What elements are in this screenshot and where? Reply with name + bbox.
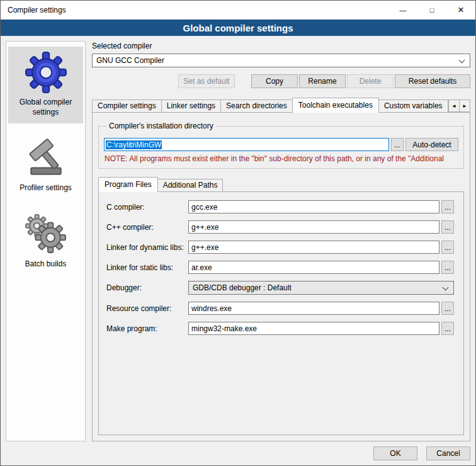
titlebar: Compiler settings — □ × <box>1 1 475 20</box>
static-linker-label: Linker for static libs: <box>106 263 188 272</box>
settings-tabstrip: Compiler settings Linker settings Search… <box>92 97 470 113</box>
static-linker-browse-button[interactable]: ... <box>441 261 454 274</box>
main-panel: Selected compiler GNU GCC Compiler Set a… <box>92 41 470 441</box>
maximize-button[interactable]: □ <box>417 1 446 20</box>
browse-directory-button[interactable]: ... <box>391 138 404 151</box>
dynamic-linker-input[interactable] <box>188 241 439 254</box>
make-program-input[interactable] <box>188 322 439 335</box>
static-linker-input[interactable] <box>188 261 439 274</box>
sidebar-item-batch-builds[interactable]: Batch builds <box>8 208 83 276</box>
form-row-debugger: Debugger: GDB/CDB debugger : Default <box>106 281 454 295</box>
cpp-compiler-input[interactable] <box>188 220 439 234</box>
maximize-icon: □ <box>430 6 434 14</box>
compiler-actions: Set as default Copy Rename Delete Reset … <box>92 74 470 88</box>
minimize-icon: — <box>400 6 407 14</box>
sidebar-item-label: Global compiler settings <box>9 98 82 117</box>
set-as-default-button[interactable]: Set as default <box>178 74 235 88</box>
tab-additional-paths[interactable]: Additional Paths <box>157 179 224 191</box>
tab-scroll-right-button[interactable]: ► <box>459 99 470 112</box>
c-compiler-label: C compiler: <box>106 203 188 212</box>
rename-button[interactable]: Rename <box>299 74 346 88</box>
close-button[interactable]: × <box>446 1 475 20</box>
make-program-label: Make program: <box>106 324 188 333</box>
c-compiler-browse-button[interactable]: ... <box>441 200 454 213</box>
selected-compiler-value: GNU GCC Compiler <box>96 56 164 65</box>
form-row-static-linker: Linker for static libs: ... <box>106 261 454 274</box>
dialog-content: Global compiler settings Profiler settin… <box>1 36 475 465</box>
chevron-down-icon <box>443 285 449 291</box>
profiler-tool-icon <box>25 137 67 179</box>
chevron-down-icon <box>459 57 465 64</box>
delete-button[interactable]: Delete <box>347 74 394 88</box>
form-row-resource-compiler: Resource compiler: ... <box>106 302 454 315</box>
tab-custom-variables[interactable]: Custom variables <box>378 99 448 112</box>
dialog-footer: OK Cancel <box>6 441 470 460</box>
bin-subdirectory-note: NOTE: All programs must exist either in … <box>105 154 458 163</box>
compiler-settings-window: Compiler settings — □ × Global compiler … <box>0 0 476 466</box>
form-row-cpp-compiler: C++ compiler: ... <box>106 220 454 234</box>
installation-directory-group: Compiler's installation directory C:\ray… <box>98 122 464 169</box>
tab-linker-settings[interactable]: Linker settings <box>161 99 221 112</box>
program-files-tabstrip: Program Files Additional Paths <box>98 176 464 192</box>
sidebar-item-label: Batch builds <box>25 259 66 270</box>
resource-compiler-input[interactable] <box>188 302 439 315</box>
selected-compiler-combobox[interactable]: GNU GCC Compiler <box>92 54 470 67</box>
form-row-c-compiler: C compiler: ... <box>106 200 454 213</box>
selected-compiler-label: Selected compiler <box>92 42 470 50</box>
arrow-right-icon: ► <box>462 103 467 109</box>
sidebar-item-profiler-settings[interactable]: Profiler settings <box>8 132 83 200</box>
batch-gears-icon <box>25 213 67 255</box>
compiler-gear-icon <box>25 52 67 93</box>
tab-scroll-buttons: ◄ ► <box>448 99 470 112</box>
installation-directory-input[interactable]: C:\raylib\MinGW <box>104 138 389 151</box>
window-title: Compiler settings <box>1 1 388 20</box>
make-program-browse-button[interactable]: ... <box>441 322 454 335</box>
cancel-button[interactable]: Cancel <box>426 446 470 460</box>
debugger-label: Debugger: <box>106 283 188 292</box>
debugger-combobox[interactable]: GDB/CDB debugger : Default <box>188 281 454 295</box>
ok-button[interactable]: OK <box>373 446 417 460</box>
sidebar-item-label: Profiler settings <box>20 183 72 193</box>
cpp-compiler-browse-button[interactable]: ... <box>441 220 454 234</box>
form-row-dynamic-linker: Linker for dynamic libs: ... <box>106 241 454 254</box>
tab-scroll-left-button[interactable]: ◄ <box>448 99 460 112</box>
dynamic-linker-browse-button[interactable]: ... <box>441 241 454 254</box>
tab-search-directories[interactable]: Search directories <box>220 99 293 112</box>
program-files-panel: C compiler: ... C++ compiler: ... Linker… <box>98 191 464 435</box>
auto-detect-button[interactable]: Auto-detect <box>405 138 458 151</box>
cpp-compiler-label: C++ compiler: <box>106 223 188 232</box>
settings-sidebar: Global compiler settings Profiler settin… <box>6 41 86 441</box>
resource-compiler-browse-button[interactable]: ... <box>441 302 454 315</box>
tab-program-files[interactable]: Program Files <box>98 177 158 192</box>
sidebar-item-global-compiler-settings[interactable]: Global compiler settings <box>8 47 83 123</box>
copy-button[interactable]: Copy <box>251 74 298 88</box>
tab-toolchain-executables[interactable]: Toolchain executables <box>292 98 379 113</box>
arrow-left-icon: ◄ <box>451 103 456 109</box>
tab-compiler-settings[interactable]: Compiler settings <box>92 99 162 112</box>
form-row-make-program: Make program: ... <box>106 322 454 335</box>
page-title: Global compiler settings <box>1 20 475 36</box>
reset-defaults-button[interactable]: Reset defaults <box>395 74 470 88</box>
debugger-value: GDB/CDB debugger : Default <box>193 283 292 292</box>
minimize-button[interactable]: — <box>388 1 417 20</box>
dynamic-linker-label: Linker for dynamic libs: <box>106 243 188 252</box>
toolchain-executables-panel: Compiler's installation directory C:\ray… <box>92 112 470 441</box>
window-controls: — □ × <box>388 1 475 20</box>
close-icon: × <box>458 4 464 16</box>
installation-directory-value: C:\raylib\MinGW <box>106 140 162 149</box>
installation-directory-legend: Compiler's installation directory <box>106 122 216 130</box>
c-compiler-input[interactable] <box>188 200 439 213</box>
resource-compiler-label: Resource compiler: <box>106 304 188 313</box>
